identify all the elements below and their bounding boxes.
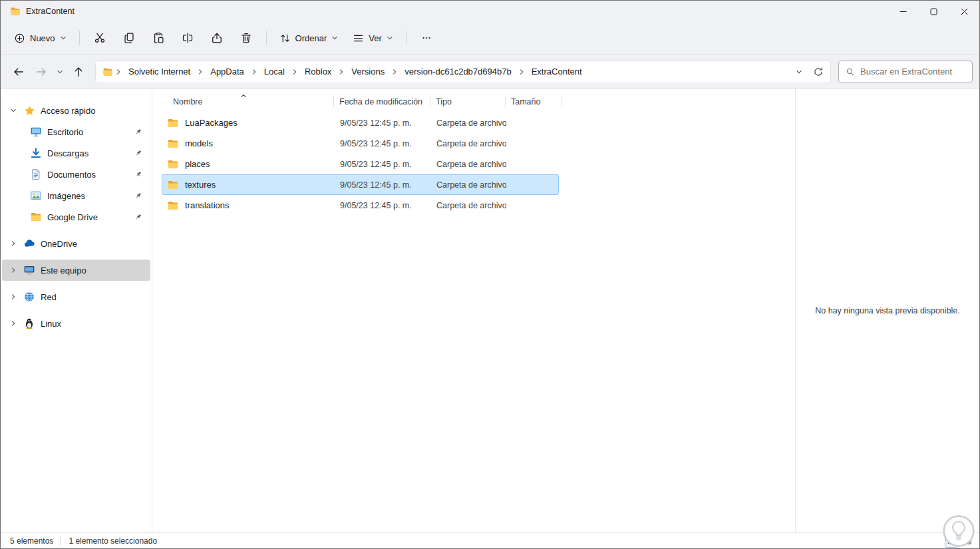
address-folder-icon xyxy=(102,67,113,77)
toolbar-divider xyxy=(406,31,407,45)
copy-icon xyxy=(123,32,135,44)
pin-icon xyxy=(134,170,142,178)
delete-button[interactable] xyxy=(232,27,260,49)
search-icon xyxy=(846,67,855,77)
titlebar: ExtraContent xyxy=(1,1,979,22)
sidebar-item-label: Acceso rápido xyxy=(41,106,95,116)
share-button[interactable] xyxy=(203,27,231,49)
forward-button[interactable] xyxy=(30,61,53,83)
sidebar-item-label: OneDrive xyxy=(41,239,77,249)
folder-icon xyxy=(167,138,179,150)
breadcrumb-segment[interactable]: version-dc61c2db7d694b7b xyxy=(400,65,516,79)
navigation-bar: Solvetic Internet AppData Local Roblox V… xyxy=(1,55,979,89)
column-header-name[interactable]: Nombre xyxy=(152,93,334,110)
sidebar-item-label: Escritorio xyxy=(47,127,83,137)
sidebar-item-documents[interactable]: Documentos xyxy=(2,164,150,185)
sort-button-label: Ordenar xyxy=(295,33,327,43)
recent-locations-button[interactable] xyxy=(53,61,67,83)
sidebar-item-pictures[interactable]: Imágenes xyxy=(2,185,150,206)
pin-icon xyxy=(134,128,142,136)
file-row[interactable]: places 9/05/23 12:45 p. m. Carpeta de ar… xyxy=(162,154,559,174)
main-content: Acceso rápido Escritorio Descargas Docum… xyxy=(1,89,979,532)
breadcrumb-chevron-icon[interactable] xyxy=(517,69,526,75)
close-button[interactable] xyxy=(949,1,979,22)
sidebar-item-label: Documentos xyxy=(47,170,96,180)
sidebar-item-quick-access[interactable]: Acceso rápido xyxy=(2,100,150,121)
new-button[interactable]: Nuevo xyxy=(7,27,73,49)
chevron-right-icon[interactable] xyxy=(9,293,18,300)
sidebar-item-this-pc[interactable]: Este equipo xyxy=(2,260,150,281)
column-header-size[interactable]: Tamaño xyxy=(506,93,562,110)
file-row-selected[interactable]: textures 9/05/23 12:45 p. m. Carpeta de … xyxy=(162,174,559,195)
address-bar[interactable]: Solvetic Internet AppData Local Roblox V… xyxy=(95,61,831,83)
sidebar-item-onedrive[interactable]: OneDrive xyxy=(2,233,150,254)
file-type: Carpeta de archivos xyxy=(431,160,506,169)
onedrive-cloud-icon xyxy=(23,238,36,250)
column-header-type[interactable]: Tipo xyxy=(430,93,506,110)
folder-icon xyxy=(29,211,43,223)
network-globe-icon xyxy=(23,291,36,303)
sidebar-item-label: Google Drive xyxy=(47,212,98,222)
file-modified: 9/05/23 12:45 p. m. xyxy=(335,201,431,210)
sidebar-item-downloads[interactable]: Descargas xyxy=(2,142,150,164)
breadcrumb-chevron-icon[interactable] xyxy=(337,69,346,75)
up-button[interactable] xyxy=(67,61,90,83)
chevron-right-icon[interactable] xyxy=(9,240,18,247)
view-button[interactable]: Ver xyxy=(346,27,400,49)
file-row[interactable]: models 9/05/23 12:45 p. m. Carpeta de ar… xyxy=(162,133,559,154)
address-dropdown-button[interactable] xyxy=(790,63,808,81)
breadcrumb-segment[interactable]: AppData xyxy=(206,65,249,79)
breadcrumb-segment[interactable]: Roblox xyxy=(300,65,336,79)
file-type: Carpeta de archivos xyxy=(431,118,506,128)
column-header-label: Tipo xyxy=(436,97,452,106)
sort-button[interactable]: Ordenar xyxy=(273,27,345,49)
breadcrumb-chevron-icon[interactable] xyxy=(290,69,299,75)
folder-icon xyxy=(167,200,179,212)
chevron-right-icon[interactable] xyxy=(9,267,18,274)
sidebar-item-label: Este equipo xyxy=(41,266,86,275)
column-header-modified[interactable]: Fecha de modificación xyxy=(334,93,430,110)
chevron-down-icon xyxy=(331,35,338,41)
file-modified: 9/05/23 12:45 p. m. xyxy=(335,180,431,190)
file-row[interactable]: translations 9/05/23 12:45 p. m. Carpeta… xyxy=(162,195,559,216)
file-name: LuaPackages xyxy=(185,118,238,128)
folder-icon xyxy=(167,117,179,129)
window-controls xyxy=(888,1,979,22)
copy-button[interactable] xyxy=(115,27,143,49)
sidebar-item-google-drive[interactable]: Google Drive xyxy=(2,206,150,228)
breadcrumb-chevron-icon[interactable] xyxy=(196,69,205,75)
breadcrumb-segment[interactable]: ExtraContent xyxy=(527,65,587,79)
chevron-right-icon[interactable] xyxy=(9,320,18,327)
window-title: ExtraContent xyxy=(26,7,75,16)
minimize-button[interactable] xyxy=(888,1,918,22)
maximize-button[interactable] xyxy=(918,1,949,22)
details-view-button[interactable] xyxy=(945,534,958,548)
column-header-label: Tamaño xyxy=(511,97,540,106)
chevron-down-icon[interactable] xyxy=(9,107,18,114)
toolbar-divider xyxy=(266,31,267,45)
paste-button[interactable] xyxy=(144,27,172,49)
sort-ascending-icon xyxy=(240,92,247,99)
breadcrumb-chevron-icon[interactable] xyxy=(114,69,123,75)
breadcrumb-chevron-icon[interactable] xyxy=(390,69,399,75)
breadcrumb-segment[interactable]: Versions xyxy=(347,65,389,79)
linux-penguin-icon xyxy=(23,317,36,329)
refresh-button[interactable] xyxy=(809,63,828,81)
file-row[interactable]: LuaPackages 9/05/23 12:45 p. m. Carpeta … xyxy=(162,112,559,133)
breadcrumb-segment[interactable]: Local xyxy=(259,65,289,79)
sidebar-item-linux[interactable]: Linux xyxy=(2,313,150,334)
rename-button[interactable] xyxy=(174,27,202,49)
search-input[interactable] xyxy=(860,67,965,77)
back-button[interactable] xyxy=(7,61,30,83)
breadcrumb-chevron-icon[interactable] xyxy=(249,69,259,75)
more-options-button[interactable] xyxy=(412,27,440,49)
sidebar-item-desktop[interactable]: Escritorio xyxy=(2,121,150,142)
search-box xyxy=(838,61,973,83)
file-type: Carpeta de archivos xyxy=(431,180,506,190)
selection-count: 1 elemento seleccionado xyxy=(69,536,157,546)
navigation-pane: Acceso rápido Escritorio Descargas Docum… xyxy=(1,89,152,532)
breadcrumb-segment[interactable]: Solvetic Internet xyxy=(124,65,195,79)
cut-button[interactable] xyxy=(86,27,114,49)
large-icons-view-button[interactable] xyxy=(961,534,974,548)
sidebar-item-network[interactable]: Red xyxy=(2,286,150,307)
